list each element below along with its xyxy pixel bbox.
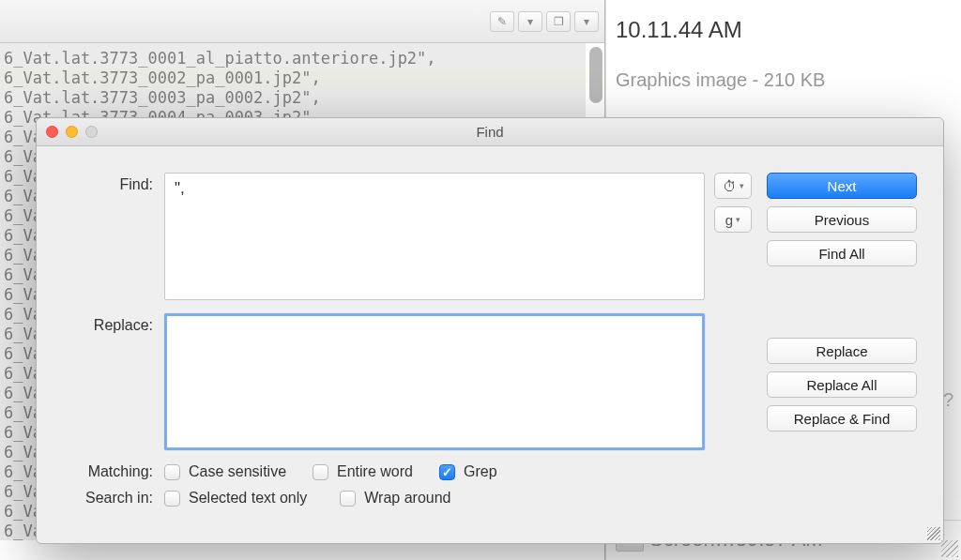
chevron-down-icon: ▾	[736, 215, 740, 224]
searchin-label: Search in:	[63, 490, 164, 507]
maximize-icon[interactable]	[85, 126, 98, 138]
next-button[interactable]: Next	[767, 173, 917, 199]
grep-option[interactable]: Grep	[439, 463, 497, 480]
history-icon: ⏱	[723, 178, 737, 194]
wrap-around-option[interactable]: Wrap around	[340, 490, 450, 507]
option-label: Entire word	[337, 463, 413, 480]
editor-line: 6_Vat.lat.3773_0003_pa_0002.jp2",	[0, 88, 604, 108]
case-sensitive-option[interactable]: Case sensitive	[164, 463, 286, 480]
checkbox-icon[interactable]	[439, 464, 455, 480]
previous-button[interactable]: Previous	[767, 206, 917, 233]
replace-input[interactable]	[164, 313, 705, 450]
checkbox-icon[interactable]	[164, 464, 180, 480]
replacefind-button[interactable]: Replace & Find	[767, 405, 917, 431]
checkbox-icon[interactable]	[164, 491, 180, 507]
dropdown-icon[interactable]: ▾	[574, 11, 599, 32]
dialog-titlebar[interactable]: Find	[37, 118, 943, 146]
dialog-title: Find	[37, 124, 943, 140]
window-resize-grip-icon[interactable]	[941, 540, 958, 557]
replace-button[interactable]: Replace	[767, 338, 917, 364]
checkbox-icon[interactable]	[340, 491, 356, 507]
option-label: Grep	[464, 463, 497, 480]
file-type-size: Graphics image - 210 KB	[616, 69, 825, 91]
editor-scrollbar[interactable]	[589, 47, 603, 103]
selected-text-only-option[interactable]: Selected text only	[164, 490, 307, 507]
pencil-icon[interactable]: ✎	[490, 11, 514, 32]
editor-line: 6_Vat.lat.3773_0001_al_piatto.anteriore.…	[0, 49, 604, 68]
matching-label: Matching:	[63, 463, 164, 480]
entire-word-option[interactable]: Entire word	[313, 463, 413, 480]
replaceall-button[interactable]: Replace All	[767, 371, 917, 398]
resize-grip-icon[interactable]	[927, 527, 940, 540]
chevron-down-icon: ▾	[740, 181, 744, 190]
checkbox-icon[interactable]	[313, 464, 328, 480]
grep-menu-button[interactable]: g▾	[714, 206, 752, 233]
history-button[interactable]: ⏱▾	[714, 173, 752, 199]
copy-icon[interactable]: ❐	[546, 11, 571, 32]
editor-toolbar: ✎ ▾ ❐ ▾	[0, 0, 604, 43]
grep-g-icon: g	[725, 212, 733, 228]
dropdown-icon[interactable]: ▾	[518, 11, 542, 32]
find-label: Find:	[63, 173, 164, 300]
find-input[interactable]	[164, 173, 705, 300]
file-timestamp: 10.11.44 AM	[616, 17, 742, 43]
option-label: Selected text only	[189, 490, 307, 507]
option-label: Case sensitive	[189, 463, 286, 480]
replace-label: Replace:	[63, 313, 164, 450]
find-dialog: Find Find: ⏱▾ g▾ Next Previous Find All …	[36, 117, 944, 544]
help-icon[interactable]: ?	[943, 389, 953, 411]
option-label: Wrap around	[364, 490, 450, 507]
editor-line: 6_Vat.lat.3773_0002_pa_0001.jp2",	[0, 68, 604, 88]
minimize-icon[interactable]	[66, 126, 78, 138]
close-icon[interactable]	[46, 126, 58, 138]
findall-button[interactable]: Find All	[767, 240, 917, 266]
